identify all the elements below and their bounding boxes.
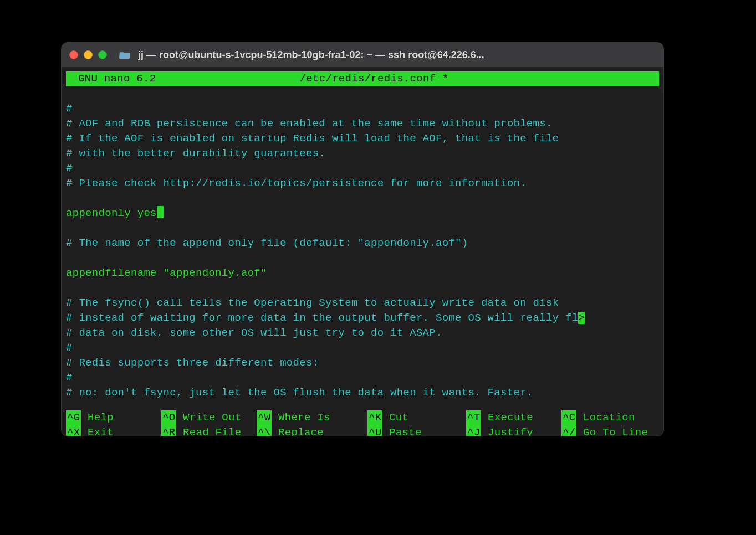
shortcut-where-is[interactable]: ^W Where Is [257, 410, 367, 425]
editor-line: # no: don't fsync, just let the OS flush… [66, 387, 533, 399]
shortcut-goto-line[interactable]: ^/ Go To Line [561, 425, 657, 436]
shortcut-location[interactable]: ^C Location [561, 410, 657, 425]
shortcut-read-file[interactable]: ^R Read File [161, 425, 257, 436]
shortcut-cut[interactable]: ^K Cut [367, 410, 466, 425]
cursor-icon [157, 206, 164, 218]
editor-line: # [66, 372, 73, 384]
terminal-window: jj — root@ubuntu-s-1vcpu-512mb-10gb-fra1… [61, 42, 664, 436]
shortcut-replace[interactable]: ^\ Replace [257, 425, 367, 436]
nano-app-name: GNU nano 6.2 [66, 71, 156, 86]
shortcut-exit[interactable]: ^X Exit [66, 425, 161, 436]
folder-icon [119, 50, 130, 59]
editor-line: # If the AOF is enabled on startup Redis… [66, 132, 559, 145]
shortcut-paste[interactable]: ^U Paste [367, 425, 466, 436]
editor-line: # Please check http://redis.io/topics/pe… [66, 177, 527, 189]
terminal-body[interactable]: GNU nano 6.2 /etc/redis/redis.conf * # #… [62, 67, 663, 436]
nano-file-name: /etc/redis/redis.conf * [156, 71, 592, 86]
editor-line: # [66, 162, 73, 174]
editor-line: # [66, 102, 73, 115]
editor-line: # data on disk, some other OS will just … [66, 327, 442, 339]
shortcut-row: ^G Help ^O Write Out ^W Where Is ^K Cut … [66, 410, 659, 425]
editor-line: # [66, 342, 73, 354]
titlebar: jj — root@ubuntu-s-1vcpu-512mb-10gb-fra1… [62, 43, 663, 67]
close-icon[interactable] [69, 50, 78, 59]
nano-header: GNU nano 6.2 /etc/redis/redis.conf * [66, 71, 659, 86]
maximize-icon[interactable] [98, 50, 107, 59]
editor-content[interactable]: # # AOF and RDB persistence can be enabl… [66, 86, 659, 400]
editor-line: # instead of waiting for more data in th… [66, 312, 578, 324]
nano-shortcuts: ^G Help ^O Write Out ^W Where Is ^K Cut … [66, 410, 659, 436]
shortcut-help[interactable]: ^G Help [66, 410, 161, 425]
editor-line: # with the better durability guarantees. [66, 147, 325, 160]
line-continuation-icon: > [578, 312, 585, 324]
window-controls [69, 50, 107, 59]
shortcut-write-out[interactable]: ^O Write Out [161, 410, 257, 425]
minimize-icon[interactable] [84, 50, 93, 59]
shortcut-row: ^X Exit ^R Read File ^\ Replace ^U Paste… [66, 425, 659, 436]
editor-line: # AOF and RDB persistence can be enabled… [66, 117, 553, 130]
editor-line-active: appendfilename "appendonly.aof" [66, 267, 267, 279]
editor-line: # The fsync() call tells the Operating S… [66, 297, 559, 309]
window-title: jj — root@ubuntu-s-1vcpu-512mb-10gb-fra1… [138, 49, 656, 61]
editor-line-active: appendonly yes [66, 207, 157, 219]
shortcut-justify[interactable]: ^J Justify [466, 425, 561, 436]
editor-line: # Redis supports three different modes: [66, 357, 319, 369]
editor-line: # The name of the append only file (defa… [66, 237, 468, 249]
shortcut-execute[interactable]: ^T Execute [466, 410, 561, 425]
